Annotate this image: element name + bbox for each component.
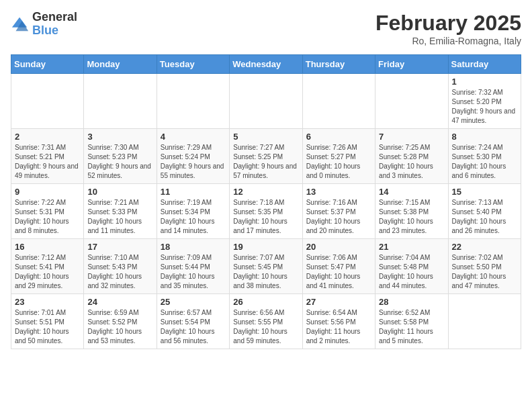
day-number: 6 [306, 132, 371, 142]
calendar-cell: 25Sunrise: 6:57 AM Sunset: 5:54 PM Dayli… [157, 294, 229, 349]
calendar-cell: 23Sunrise: 7:01 AM Sunset: 5:51 PM Dayli… [11, 294, 84, 349]
day-of-week-header: Saturday [448, 55, 521, 74]
day-info: Sunrise: 7:27 AM Sunset: 5:25 PM Dayligh… [233, 143, 298, 181]
day-info: Sunrise: 7:12 AM Sunset: 5:41 PM Dayligh… [15, 253, 80, 291]
logo: General Blue [11, 11, 77, 38]
calendar-week-row: 9Sunrise: 7:22 AM Sunset: 5:31 PM Daylig… [11, 184, 521, 239]
day-of-week-header: Friday [375, 55, 448, 74]
day-number: 3 [87, 132, 152, 142]
day-number: 16 [15, 242, 80, 252]
day-info: Sunrise: 6:54 AM Sunset: 5:56 PM Dayligh… [306, 308, 371, 346]
day-info: Sunrise: 7:07 AM Sunset: 5:45 PM Dayligh… [233, 253, 298, 291]
calendar-cell [11, 74, 84, 129]
day-info: Sunrise: 7:06 AM Sunset: 5:47 PM Dayligh… [306, 253, 371, 291]
day-info: Sunrise: 7:13 AM Sunset: 5:40 PM Dayligh… [452, 198, 517, 236]
calendar-cell [302, 74, 375, 129]
day-number: 4 [161, 132, 226, 142]
day-number: 8 [452, 132, 517, 142]
calendar-cell: 6Sunrise: 7:26 AM Sunset: 5:27 PM Daylig… [302, 129, 375, 184]
day-info: Sunrise: 7:24 AM Sunset: 5:30 PM Dayligh… [452, 143, 517, 181]
day-number: 19 [233, 242, 298, 252]
day-number: 27 [306, 297, 371, 307]
calendar-cell: 10Sunrise: 7:21 AM Sunset: 5:33 PM Dayli… [84, 184, 157, 239]
calendar-cell: 9Sunrise: 7:22 AM Sunset: 5:31 PM Daylig… [11, 184, 84, 239]
calendar-week-row: 23Sunrise: 7:01 AM Sunset: 5:51 PM Dayli… [11, 294, 521, 349]
day-of-week-header: Sunday [11, 55, 84, 74]
day-info: Sunrise: 7:31 AM Sunset: 5:21 PM Dayligh… [15, 143, 80, 181]
day-info: Sunrise: 7:21 AM Sunset: 5:33 PM Dayligh… [87, 198, 152, 236]
calendar-cell: 16Sunrise: 7:12 AM Sunset: 5:41 PM Dayli… [11, 239, 84, 294]
day-number: 28 [379, 297, 444, 307]
calendar-cell: 2Sunrise: 7:31 AM Sunset: 5:21 PM Daylig… [11, 129, 84, 184]
calendar-cell: 22Sunrise: 7:02 AM Sunset: 5:50 PM Dayli… [448, 239, 521, 294]
calendar-cell: 11Sunrise: 7:19 AM Sunset: 5:34 PM Dayli… [157, 184, 229, 239]
day-info: Sunrise: 7:02 AM Sunset: 5:50 PM Dayligh… [452, 253, 517, 291]
day-number: 26 [233, 297, 298, 307]
day-of-week-header: Thursday [302, 55, 375, 74]
page-header: General Blue February 2025 Ro, Emilia-Ro… [11, 11, 521, 46]
calendar-cell: 7Sunrise: 7:25 AM Sunset: 5:28 PM Daylig… [375, 129, 448, 184]
calendar-cell: 3Sunrise: 7:30 AM Sunset: 5:23 PM Daylig… [84, 129, 157, 184]
month-title: February 2025 [375, 11, 521, 36]
day-number: 15 [452, 187, 517, 197]
day-number: 7 [379, 132, 444, 142]
calendar-cell: 1Sunrise: 7:32 AM Sunset: 5:20 PM Daylig… [448, 74, 521, 129]
calendar-cell: 8Sunrise: 7:24 AM Sunset: 5:30 PM Daylig… [448, 129, 521, 184]
day-number: 21 [379, 242, 444, 252]
day-info: Sunrise: 7:26 AM Sunset: 5:27 PM Dayligh… [306, 143, 371, 181]
logo-icon [11, 15, 30, 34]
day-info: Sunrise: 6:56 AM Sunset: 5:55 PM Dayligh… [233, 308, 298, 346]
day-number: 5 [233, 132, 298, 142]
calendar-cell: 24Sunrise: 6:59 AM Sunset: 5:52 PM Dayli… [84, 294, 157, 349]
calendar-cell: 27Sunrise: 6:54 AM Sunset: 5:56 PM Dayli… [302, 294, 375, 349]
logo-text: General Blue [32, 11, 77, 38]
calendar-cell: 14Sunrise: 7:15 AM Sunset: 5:38 PM Dayli… [375, 184, 448, 239]
day-of-week-header: Monday [84, 55, 157, 74]
calendar-table: SundayMondayTuesdayWednesdayThursdayFrid… [11, 54, 521, 349]
day-number: 10 [87, 187, 152, 197]
calendar-cell: 4Sunrise: 7:29 AM Sunset: 5:24 PM Daylig… [157, 129, 229, 184]
calendar-cell: 21Sunrise: 7:04 AM Sunset: 5:48 PM Dayli… [375, 239, 448, 294]
calendar-week-row: 1Sunrise: 7:32 AM Sunset: 5:20 PM Daylig… [11, 74, 521, 129]
day-info: Sunrise: 7:15 AM Sunset: 5:38 PM Dayligh… [379, 198, 444, 236]
day-number: 25 [161, 297, 226, 307]
calendar-week-row: 2Sunrise: 7:31 AM Sunset: 5:21 PM Daylig… [11, 129, 521, 184]
day-info: Sunrise: 7:29 AM Sunset: 5:24 PM Dayligh… [161, 143, 226, 181]
calendar-cell: 15Sunrise: 7:13 AM Sunset: 5:40 PM Dayli… [448, 184, 521, 239]
day-info: Sunrise: 7:32 AM Sunset: 5:20 PM Dayligh… [452, 88, 517, 126]
logo-general-text: General [32, 11, 77, 24]
day-number: 22 [452, 242, 517, 252]
day-of-week-header: Tuesday [157, 55, 229, 74]
day-info: Sunrise: 7:30 AM Sunset: 5:23 PM Dayligh… [87, 143, 152, 181]
calendar-week-row: 16Sunrise: 7:12 AM Sunset: 5:41 PM Dayli… [11, 239, 521, 294]
calendar-cell [375, 74, 448, 129]
day-number: 1 [452, 77, 517, 87]
location-text: Ro, Emilia-Romagna, Italy [375, 36, 521, 46]
calendar-cell [448, 294, 521, 349]
logo-blue-text: Blue [32, 24, 77, 38]
day-number: 17 [87, 242, 152, 252]
calendar-cell: 20Sunrise: 7:06 AM Sunset: 5:47 PM Dayli… [302, 239, 375, 294]
day-number: 24 [87, 297, 152, 307]
day-number: 12 [233, 187, 298, 197]
day-info: Sunrise: 7:04 AM Sunset: 5:48 PM Dayligh… [379, 253, 444, 291]
calendar-cell [157, 74, 229, 129]
day-number: 2 [15, 132, 80, 142]
day-of-week-header: Wednesday [230, 55, 302, 74]
calendar-cell: 5Sunrise: 7:27 AM Sunset: 5:25 PM Daylig… [230, 129, 302, 184]
day-number: 13 [306, 187, 371, 197]
day-info: Sunrise: 7:25 AM Sunset: 5:28 PM Dayligh… [379, 143, 444, 181]
day-number: 14 [379, 187, 444, 197]
calendar-cell [84, 74, 157, 129]
calendar-header-row: SundayMondayTuesdayWednesdayThursdayFrid… [11, 55, 521, 74]
calendar-cell: 28Sunrise: 6:52 AM Sunset: 5:58 PM Dayli… [375, 294, 448, 349]
day-info: Sunrise: 7:10 AM Sunset: 5:43 PM Dayligh… [87, 253, 152, 291]
day-number: 20 [306, 242, 371, 252]
day-info: Sunrise: 6:57 AM Sunset: 5:54 PM Dayligh… [161, 308, 226, 346]
calendar-cell: 17Sunrise: 7:10 AM Sunset: 5:43 PM Dayli… [84, 239, 157, 294]
day-info: Sunrise: 7:18 AM Sunset: 5:35 PM Dayligh… [233, 198, 298, 236]
day-info: Sunrise: 6:59 AM Sunset: 5:52 PM Dayligh… [87, 308, 152, 346]
calendar-cell: 26Sunrise: 6:56 AM Sunset: 5:55 PM Dayli… [230, 294, 302, 349]
day-info: Sunrise: 7:16 AM Sunset: 5:37 PM Dayligh… [306, 198, 371, 236]
title-block: February 2025 Ro, Emilia-Romagna, Italy [375, 11, 521, 46]
